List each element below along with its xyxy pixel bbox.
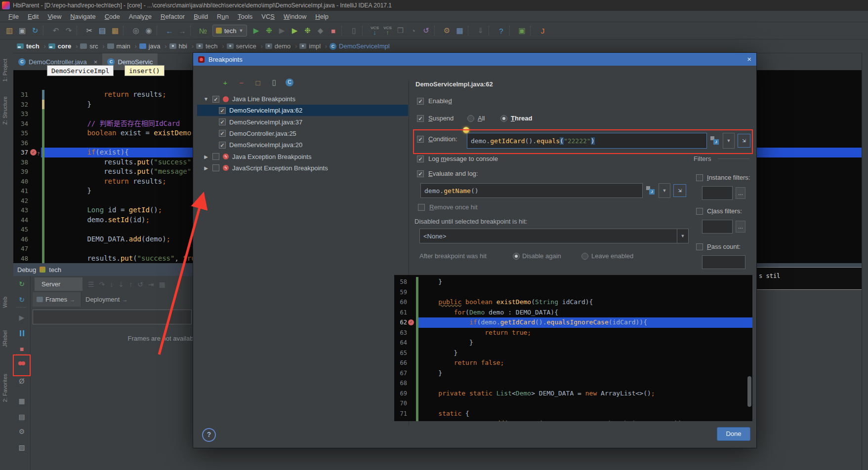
force-step-into-icon[interactable]: ⇣ xyxy=(118,280,124,288)
drop-frame-icon[interactable]: ↺ xyxy=(137,280,143,288)
tool-button-web[interactable]: Web xyxy=(2,297,8,308)
evaluate-input[interactable]: demo.getName() xyxy=(420,183,643,198)
breadcrumb-hbi[interactable]: hbi xyxy=(169,42,187,50)
line-number[interactable]: 70 xyxy=(394,398,407,409)
profile-icon[interactable]: ◆ xyxy=(314,25,327,37)
suspend-thread-radio[interactable] xyxy=(500,115,507,122)
line-number[interactable]: 67 xyxy=(394,368,407,379)
conditional-breakpoint-icon[interactable]: ✓ xyxy=(408,319,414,325)
evaluate-history-dropdown[interactable]: ▼ xyxy=(659,183,670,198)
breadcrumb-service[interactable]: service xyxy=(227,42,256,50)
breadcrumb-tech[interactable]: tech xyxy=(196,42,218,50)
recent-changes-icon[interactable]: ◔ xyxy=(407,25,420,37)
refresh-button[interactable]: ↻ xyxy=(15,294,28,306)
run-to-cursor-icon[interactable]: ⇥ xyxy=(148,280,154,288)
project-structure-icon[interactable]: ▦ xyxy=(454,25,466,37)
menu-item-r-un[interactable]: Run xyxy=(212,12,233,21)
save-and-sync-icon[interactable]: ▣ xyxy=(516,25,529,37)
class-filters-checkbox[interactable]: ✓ xyxy=(696,208,703,215)
nav-popup-class[interactable]: DemoServiceImpl xyxy=(47,65,114,76)
line-number[interactable]: 59 xyxy=(394,287,407,298)
chevron-right-icon[interactable]: ▶ xyxy=(203,165,209,171)
line-number[interactable]: 61 xyxy=(394,308,407,318)
item-checkbox[interactable]: ✓ xyxy=(212,153,219,160)
add-breakpoint-button[interactable]: + xyxy=(220,78,230,87)
suspend-checkbox[interactable]: ✓ xyxy=(417,115,424,122)
breakpoint-item-java-line-breakpoints[interactable]: ▼✓Java Line Breakpoints xyxy=(197,93,408,105)
remove-once-checkbox[interactable]: ✓ xyxy=(418,204,425,211)
cut-icon[interactable]: ✂ xyxy=(83,25,96,37)
suspend-all-radio[interactable] xyxy=(467,115,474,122)
breakpoint-item-javascript-exception-breakpoints[interactable]: ▶✓ϟJavaScript Exception Breakpoints xyxy=(197,162,408,174)
menu-item-vc-s[interactable]: VCS xyxy=(257,12,279,21)
breadcrumb-demo[interactable]: demo xyxy=(265,42,291,50)
run-jrebel-icon[interactable]: ▶ xyxy=(289,25,301,37)
run-icon[interactable]: ▶ xyxy=(250,25,263,37)
run-coverage-icon[interactable]: ▶ xyxy=(276,25,289,37)
shelve-icon[interactable]: ❒ xyxy=(394,25,407,37)
line-number[interactable]: 42 xyxy=(13,196,28,206)
step-out-icon[interactable]: ↑ xyxy=(129,280,132,288)
open-folder-icon[interactable]: ▥ xyxy=(3,25,16,37)
settings-icon[interactable]: ⚙ xyxy=(441,25,454,37)
line-number[interactable]: 47 xyxy=(13,244,28,254)
revert-icon[interactable]: ↺ xyxy=(420,25,433,37)
line-number[interactable]: 71 xyxy=(394,409,407,419)
step-into-icon[interactable]: ↓ xyxy=(110,280,113,288)
restore-layout-button[interactable]: ▦ xyxy=(15,395,28,407)
tool-button-2-favorites[interactable]: 2: Favorites xyxy=(2,374,8,402)
breadcrumb-java[interactable]: java xyxy=(139,42,161,50)
line-number[interactable]: 31 xyxy=(13,90,28,100)
line-number[interactable]: 58 xyxy=(394,277,407,287)
group-by-package-button[interactable]: □ xyxy=(253,78,263,87)
item-checkbox[interactable]: ✓ xyxy=(212,96,219,103)
line-number[interactable]: 41 xyxy=(13,186,28,196)
run-configuration-select[interactable]: tech▼ xyxy=(212,25,247,37)
nav-popup-method[interactable]: insert() xyxy=(124,65,165,76)
line-number[interactable]: 64 xyxy=(394,338,407,348)
line-number[interactable]: 63 xyxy=(394,328,407,338)
menu-item-view[interactable]: View xyxy=(43,12,66,21)
item-checkbox[interactable]: ✓ xyxy=(219,118,226,125)
breakpoint-item-demoserviceimpl-java-37[interactable]: ✓DemoServiceImpl.java:37 xyxy=(197,117,408,128)
line-number[interactable]: 45 xyxy=(13,225,28,235)
menu-item-help[interactable]: Help xyxy=(311,12,333,21)
line-number[interactable]: 46 xyxy=(13,235,28,244)
export-icon[interactable]: ⇓ xyxy=(474,25,487,37)
line-number[interactable]: 60 xyxy=(394,297,407,308)
find-icon[interactable]: ◎ xyxy=(129,25,142,37)
class-filters-more-button[interactable]: ... xyxy=(736,221,745,233)
close-window-button[interactable]: ▨ xyxy=(15,441,28,453)
breadcrumb-src[interactable]: src xyxy=(80,42,98,50)
breakpoint-item-java-exception-breakpoints[interactable]: ▶✓ϟJava Exception Breakpoints xyxy=(197,151,408,162)
language-injection-icon[interactable]: J xyxy=(646,186,655,195)
line-number[interactable]: 62 xyxy=(394,317,407,328)
evaluate-checkbox[interactable]: ✓ xyxy=(417,170,424,177)
breadcrumb-tech[interactable]: tech xyxy=(17,42,40,50)
line-number[interactable]: 68 xyxy=(394,378,407,389)
help-button[interactable]: ? xyxy=(202,428,216,442)
breakpoint-item-demoserviceimpl-java-62[interactable]: ✓DemoServiceImpl.java:62 xyxy=(197,105,408,116)
item-checkbox[interactable]: ✓ xyxy=(219,130,226,137)
log-message-checkbox[interactable]: ✓ xyxy=(417,156,424,162)
enabled-checkbox[interactable]: ✓ xyxy=(417,98,424,105)
menu-item-navigate[interactable]: Navigate xyxy=(66,12,100,21)
breadcrumb-main[interactable]: main xyxy=(107,42,130,50)
thread-selector[interactable] xyxy=(33,310,192,324)
stop-icon[interactable]: ■ xyxy=(327,25,340,37)
rerun-button[interactable]: ↻ xyxy=(15,278,28,290)
done-button[interactable]: Done xyxy=(717,427,750,441)
close-icon[interactable]: × xyxy=(747,55,751,63)
line-number[interactable]: 40 xyxy=(13,177,28,187)
copy-icon[interactable]: ▤ xyxy=(96,25,109,37)
jrebel-icon[interactable]: J xyxy=(537,25,549,37)
forward-icon[interactable]: → xyxy=(176,25,189,37)
disable-again-radio[interactable] xyxy=(513,253,520,260)
item-checkbox[interactable]: ✓ xyxy=(212,164,219,171)
debug-jrebel-icon[interactable]: ❉ xyxy=(301,25,314,37)
redo-icon[interactable]: ↷ xyxy=(62,25,75,37)
menu-item-edit[interactable]: Edit xyxy=(23,12,43,21)
line-number[interactable]: 66 xyxy=(394,358,407,368)
line-number[interactable]: 36 xyxy=(13,138,28,148)
disabled-until-select[interactable]: <None> xyxy=(419,229,689,243)
